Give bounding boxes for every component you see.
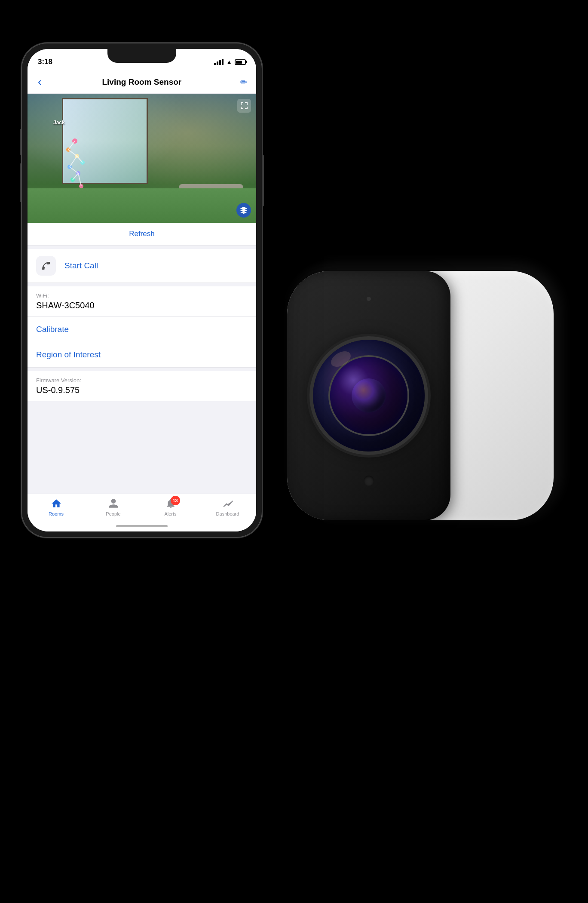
phone-device: 3:18 ▲ ‹ Living Room Sensor ✏	[21, 43, 262, 538]
people-label: People	[106, 511, 120, 516]
wifi-section: WiFi: SHAW-3C5040	[28, 286, 256, 317]
calibrate-button[interactable]: Calibrate	[28, 317, 256, 342]
rooms-icon	[50, 498, 62, 510]
svg-line-13	[73, 173, 78, 180]
scene: 3:18 ▲ ‹ Living Room Sensor ✏	[0, 0, 588, 903]
camera-lens-outer	[313, 340, 425, 452]
back-button[interactable]: ‹	[36, 74, 43, 90]
wifi-status-icon: ▲	[226, 58, 232, 65]
svg-line-11	[70, 156, 77, 167]
home-indicator	[116, 525, 168, 527]
camera-lens-inner	[330, 357, 407, 434]
power-button	[262, 155, 264, 206]
svg-line-14	[78, 173, 81, 186]
phone-screen: 3:18 ▲ ‹ Living Room Sensor ✏	[28, 49, 256, 531]
tab-dashboard[interactable]: Dashboard	[211, 498, 245, 516]
call-icon-wrap	[36, 256, 56, 276]
alerts-icon: 13	[165, 498, 177, 510]
nav-bar: ‹ Living Room Sensor ✏	[28, 71, 256, 94]
camera-device	[261, 236, 554, 538]
alerts-label: Alerts	[164, 511, 176, 516]
phone-notch	[107, 49, 176, 63]
dashboard-label: Dashboard	[216, 511, 239, 516]
camera-body	[287, 271, 554, 520]
brand-logo	[236, 203, 251, 218]
svg-line-8	[68, 141, 75, 150]
calibrate-label: Calibrate	[36, 325, 69, 334]
firmware-section: Firmware Version: US-0.9.575	[28, 371, 256, 401]
rooms-label: Rooms	[49, 511, 64, 516]
svg-line-9	[68, 150, 77, 156]
status-time: 3:18	[38, 58, 52, 66]
refresh-label: Refresh	[129, 230, 155, 238]
region-label: Region of Interest	[36, 350, 101, 359]
expand-button[interactable]	[237, 99, 251, 113]
skeleton-overlay	[28, 94, 256, 223]
tab-rooms[interactable]: Rooms	[39, 498, 74, 516]
start-call-button[interactable]: Start Call	[28, 249, 256, 283]
people-icon	[107, 498, 119, 510]
svg-line-10	[77, 156, 83, 163]
battery-icon	[235, 59, 246, 65]
camera-front	[287, 271, 450, 520]
svg-line-12	[70, 167, 78, 173]
region-of-interest-button[interactable]: Region of Interest	[28, 342, 256, 368]
wifi-value: SHAW-3C5040	[36, 301, 248, 310]
refresh-button[interactable]: Refresh	[28, 223, 256, 246]
wifi-field-label: WiFi:	[36, 292, 248, 299]
tab-alerts[interactable]: 13 Alerts	[153, 498, 188, 516]
mic-top	[367, 297, 371, 301]
dashboard-icon	[222, 498, 234, 510]
camera-button-bottom	[364, 476, 374, 486]
phone-icon	[41, 261, 51, 271]
status-icons: ▲	[214, 58, 246, 65]
edit-button[interactable]: ✏	[240, 77, 248, 87]
firmware-field-label: Firmware Version:	[36, 377, 248, 384]
volume-down-button	[20, 163, 21, 202]
start-call-label: Start Call	[64, 261, 98, 270]
camera-lens-core	[352, 378, 386, 413]
firmware-value: US-0.9.575	[36, 385, 248, 395]
signal-icon	[214, 59, 224, 65]
content-area: Refresh Start Call WiFi: SHAW-3C5040	[28, 223, 256, 494]
alerts-badge: 13	[171, 496, 180, 505]
camera-feed[interactable]: Jack	[28, 94, 256, 223]
volume-up-button	[20, 129, 21, 155]
page-title: Living Room Sensor	[43, 77, 240, 87]
tab-people[interactable]: People	[96, 498, 131, 516]
